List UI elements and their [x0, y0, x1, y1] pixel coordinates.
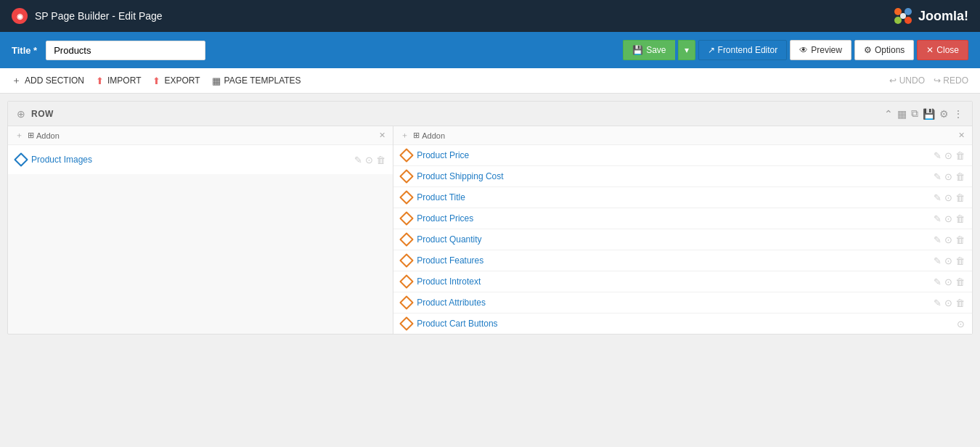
- edit-icon[interactable]: ✎: [934, 234, 942, 245]
- row-collapse-icon[interactable]: ⌃: [884, 108, 893, 120]
- delete-icon[interactable]: 🗑: [955, 213, 965, 224]
- addon-actions: ✎ ⊙ 🗑: [934, 276, 965, 287]
- addon-sp-icon: [401, 149, 412, 161]
- copy-icon[interactable]: ⊙: [944, 150, 952, 161]
- delete-icon[interactable]: 🗑: [955, 192, 965, 203]
- left-col-plus-icon[interactable]: ＋: [15, 130, 23, 141]
- row-settings-icon[interactable]: ⚙: [939, 108, 949, 120]
- row-header-left: ⊕ ROW: [17, 108, 54, 120]
- edit-icon[interactable]: ✎: [934, 298, 942, 308]
- addon-sp-icon: [401, 171, 412, 182]
- left-column: ＋ ⊞ Addon ✕ Product Images: [8, 126, 393, 334]
- row-copy-icon[interactable]: ⧉: [911, 107, 918, 120]
- list-item: Product Title ✎ ⊙ 🗑: [393, 187, 972, 208]
- plus-icon: ＋: [12, 74, 21, 87]
- row-header: ⊕ ROW ⌃ ▦ ⧉ 💾 ⚙ ⋮: [8, 102, 972, 126]
- left-addon-button[interactable]: ⊞ Addon: [28, 131, 60, 140]
- addon-sp-icon: [401, 255, 412, 266]
- delete-icon[interactable]: 🗑: [955, 150, 965, 161]
- row-save-icon[interactable]: 💾: [923, 108, 935, 120]
- list-item: Product Features ✎ ⊙ 🗑: [393, 250, 972, 271]
- import-button[interactable]: ⬆ IMPORT: [96, 75, 141, 86]
- copy-icon[interactable]: ⊙: [944, 171, 952, 182]
- delete-icon[interactable]: 🗑: [955, 255, 965, 266]
- undo-button[interactable]: ↩ UNDO: [889, 75, 925, 86]
- row-plus-icon[interactable]: ⊕: [17, 108, 25, 120]
- addon-name: Product Features: [417, 255, 483, 266]
- addon-actions: ✎ ⊙ 🗑: [934, 150, 965, 161]
- copy-icon[interactable]: ⊙: [944, 192, 952, 203]
- row-label: ROW: [31, 109, 54, 119]
- title-input[interactable]: [46, 41, 205, 60]
- copy-icon[interactable]: ⊙: [957, 319, 965, 329]
- gear-icon: ⚙: [864, 45, 872, 55]
- copy-icon[interactable]: ⊙: [944, 255, 952, 266]
- frontend-editor-button[interactable]: ↗ Frontend Editor: [698, 40, 788, 60]
- delete-icon[interactable]: 🗑: [955, 234, 965, 245]
- export-button[interactable]: ⬆ EXPORT: [152, 75, 200, 86]
- save-label: Save: [646, 45, 666, 55]
- delete-icon[interactable]: 🗑: [955, 276, 965, 287]
- edit-icon[interactable]: ✎: [934, 213, 942, 224]
- export-label: EXPORT: [164, 75, 200, 86]
- redo-icon: ↪: [934, 75, 941, 86]
- dropdown-icon: ▾: [685, 45, 689, 55]
- addon-name: Product Attributes: [417, 298, 486, 308]
- right-col-close-icon[interactable]: ✕: [958, 131, 965, 140]
- edit-icon[interactable]: ✎: [934, 150, 942, 161]
- addon-name: Product Quantity: [417, 234, 481, 245]
- close-label: Close: [936, 45, 959, 55]
- addon-actions: ✎ ⊙ 🗑: [934, 213, 965, 224]
- addon-item-left: Product Shipping Cost: [401, 171, 934, 182]
- eye-icon: 👁: [799, 45, 808, 55]
- row-more-icon[interactable]: ⋮: [953, 108, 963, 120]
- edit-icon[interactable]: ✎: [934, 171, 942, 182]
- addon-sp-icon: [401, 192, 412, 203]
- addon-actions: ✎ ⊙ 🗑: [934, 298, 965, 308]
- right-items-container: Product Price ✎ ⊙ 🗑 Product Shipping Cos…: [393, 145, 972, 334]
- preview-label: Preview: [811, 45, 842, 55]
- header-bar: ◉ SP Page Builder - Edit Page Joomla!: [0, 0, 980, 32]
- add-section-button[interactable]: ＋ ADD SECTION: [12, 74, 84, 87]
- edit-icon[interactable]: ✎: [934, 192, 942, 203]
- delete-icon[interactable]: 🗑: [376, 155, 385, 165]
- edit-icon[interactable]: ✎: [354, 155, 362, 165]
- right-col-plus-icon[interactable]: ＋: [401, 130, 409, 141]
- row-container: ⊕ ROW ⌃ ▦ ⧉ 💾 ⚙ ⋮ ＋ ⊞: [7, 101, 973, 335]
- delete-icon[interactable]: 🗑: [955, 298, 965, 308]
- redo-button[interactable]: ↪ REDO: [934, 75, 968, 86]
- app-logo: ◉: [12, 8, 28, 24]
- save-dropdown-button[interactable]: ▾: [678, 40, 695, 60]
- list-item: Product Price ✎ ⊙ 🗑: [393, 145, 972, 166]
- row-columns-icon[interactable]: ▦: [897, 108, 907, 120]
- page-templates-button[interactable]: ▦ PAGE TEMPLATES: [212, 75, 301, 86]
- product-images-icon: [15, 154, 27, 165]
- options-button[interactable]: ⚙ Options: [854, 40, 914, 60]
- edit-icon[interactable]: ✎: [934, 276, 942, 287]
- edit-icon[interactable]: ✎: [934, 255, 942, 266]
- right-addon-label: Addon: [422, 131, 445, 140]
- addon-item-left: Product Images: [15, 154, 354, 165]
- svg-point-3: [905, 17, 912, 24]
- addon-actions: ✎ ⊙ 🗑: [934, 234, 965, 245]
- close-button[interactable]: ✕ Close: [917, 40, 968, 60]
- svg-point-4: [900, 13, 906, 19]
- copy-icon[interactable]: ⊙: [944, 213, 952, 224]
- close-icon: ✕: [926, 45, 934, 55]
- addon-name: Product Cart Buttons: [417, 319, 497, 329]
- options-label: Options: [875, 45, 905, 55]
- frontend-label: Frontend Editor: [718, 45, 778, 55]
- copy-icon[interactable]: ⊙: [944, 298, 952, 308]
- copy-icon[interactable]: ⊙: [944, 234, 952, 245]
- header-left: ◉ SP Page Builder - Edit Page: [12, 8, 163, 24]
- left-col-close-icon[interactable]: ✕: [379, 131, 385, 140]
- preview-button[interactable]: 👁 Preview: [790, 40, 852, 60]
- right-addon-button[interactable]: ⊞ Addon: [413, 131, 445, 140]
- product-images-name: Product Images: [31, 155, 92, 165]
- list-item: Product Cart Buttons ⊙: [393, 313, 972, 334]
- delete-icon[interactable]: 🗑: [955, 171, 965, 182]
- addon-actions: ⊙: [957, 319, 965, 329]
- copy-icon[interactable]: ⊙: [944, 276, 952, 287]
- copy-icon[interactable]: ⊙: [365, 155, 373, 165]
- save-button[interactable]: 💾 Save: [623, 40, 674, 60]
